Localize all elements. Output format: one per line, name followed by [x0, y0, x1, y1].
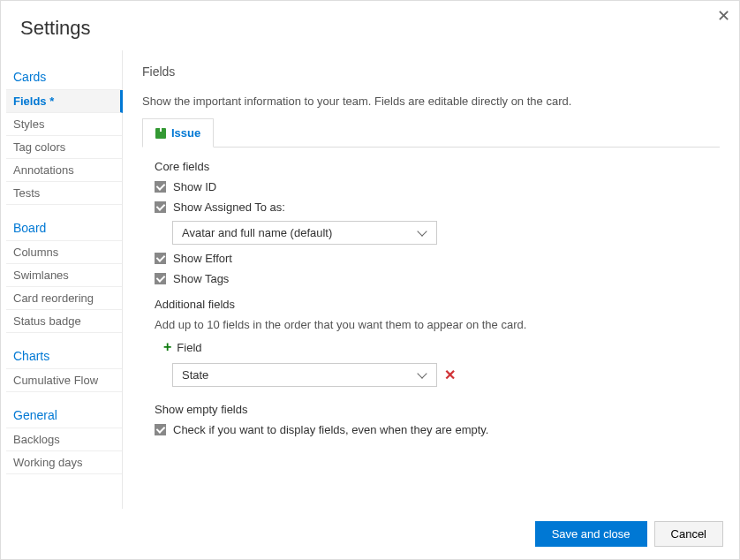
chevron-down-icon	[419, 231, 427, 236]
additional-fields-desc: Add up to 10 fields in the order that yo…	[155, 318, 720, 331]
show-empty-label: Show empty fields	[155, 403, 720, 416]
issue-icon	[155, 128, 166, 139]
label-show-effort: Show Effort	[173, 252, 232, 265]
core-fields-label: Core fields	[155, 160, 720, 173]
additional-fields-label: Additional fields	[155, 298, 720, 311]
label-show-assigned-to: Show Assigned To as:	[173, 201, 285, 214]
sidebar-item-annotations[interactable]: Annotations	[6, 159, 122, 182]
assigned-to-select[interactable]: Avatar and full name (default)	[172, 221, 437, 245]
plus-icon: +	[163, 340, 171, 354]
sidebar-item-styles[interactable]: Styles	[6, 113, 122, 136]
main-panel: Fields Show the important information to…	[123, 50, 739, 509]
sidebar-item-fields[interactable]: Fields *	[6, 90, 123, 113]
label-show-tags: Show Tags	[173, 272, 229, 285]
sidebar-item-card-reordering[interactable]: Card reordering	[6, 287, 122, 310]
cancel-button[interactable]: Cancel	[654, 521, 723, 547]
add-field-label: Field	[177, 341, 201, 354]
dialog-body: Cards Fields * Styles Tag colors Annotat…	[1, 50, 739, 509]
main-description: Show the important information to your t…	[142, 95, 720, 108]
label-show-id: Show ID	[173, 180, 216, 193]
checkbox-show-tags[interactable]	[155, 273, 166, 284]
sidebar: Cards Fields * Styles Tag colors Annotat…	[1, 50, 123, 509]
checkbox-show-id[interactable]	[155, 181, 166, 193]
dialog-footer: Save and close Cancel	[1, 509, 739, 559]
checkbox-show-effort[interactable]	[155, 253, 166, 264]
dialog-title: Settings	[1, 1, 739, 50]
chevron-down-icon	[419, 373, 427, 378]
sidebar-item-tests[interactable]: Tests	[6, 182, 122, 205]
close-icon[interactable]: ✕	[717, 8, 730, 24]
section-header-charts[interactable]: Charts	[6, 344, 122, 368]
assigned-to-value: Avatar and full name (default)	[182, 226, 332, 239]
checkbox-show-empty[interactable]	[155, 424, 166, 435]
sidebar-item-cumulative-flow[interactable]: Cumulative Flow	[6, 369, 122, 392]
additional-field-value: State	[182, 368, 208, 382]
section-header-cards[interactable]: Cards	[6, 64, 122, 89]
save-button[interactable]: Save and close	[535, 521, 647, 547]
add-field-button[interactable]: + Field	[163, 340, 720, 354]
tabs: Issue	[142, 118, 720, 148]
sidebar-item-status-badge[interactable]: Status badge	[6, 310, 122, 333]
sidebar-item-swimlanes[interactable]: Swimlanes	[6, 264, 122, 287]
section-header-general[interactable]: General	[6, 403, 122, 428]
sidebar-item-columns[interactable]: Columns	[6, 241, 122, 264]
main-title: Fields	[142, 64, 720, 79]
checkbox-show-assigned-to[interactable]	[155, 201, 166, 213]
additional-field-select[interactable]: State	[172, 363, 437, 387]
sidebar-item-backlogs[interactable]: Backlogs	[6, 428, 122, 451]
label-show-empty: Check if you want to display fields, eve…	[173, 423, 488, 436]
section-header-board[interactable]: Board	[6, 216, 122, 240]
remove-icon[interactable]: ✕	[444, 368, 456, 382]
sidebar-item-tag-colors[interactable]: Tag colors	[6, 136, 122, 159]
tab-label: Issue	[171, 126, 200, 140]
tab-issue[interactable]: Issue	[142, 118, 214, 148]
sidebar-item-working-days[interactable]: Working days	[6, 451, 122, 474]
settings-dialog: ✕ Settings Cards Fields * Styles Tag col…	[0, 0, 740, 560]
